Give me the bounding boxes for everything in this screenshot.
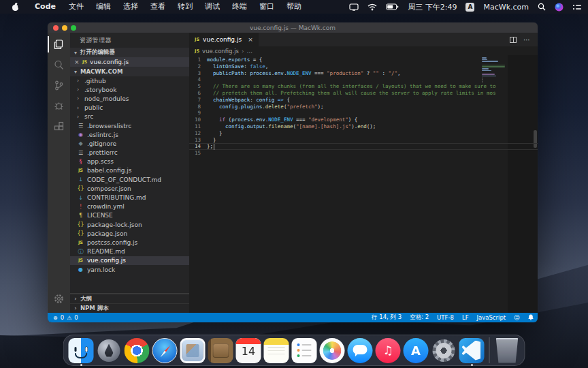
tree-file-row[interactable]: JSbabel.config.js xyxy=(70,166,189,175)
tree-file-row[interactable]: ●yarn.lock xyxy=(70,265,189,274)
dock-vscode-icon[interactable] xyxy=(459,338,485,363)
code-line[interactable]: 12 } xyxy=(189,130,538,137)
code-line[interactable]: 5 // There are so many chunks (from all … xyxy=(189,83,538,90)
input-source-icon[interactable]: A xyxy=(466,3,474,12)
breadcrumb[interactable]: JS vue.config.js › … xyxy=(189,46,538,55)
window-zoom-button[interactable] xyxy=(71,25,76,31)
tree-folder-row[interactable]: ›.github xyxy=(70,76,189,85)
dock-contacts-icon[interactable] xyxy=(208,338,233,363)
code-line[interactable]: 8 config.plugins.delete("prefetch"); xyxy=(189,104,538,110)
indentation-status[interactable]: 空格: 2 xyxy=(406,313,433,322)
menu-bar-site-label[interactable]: MacWk.com xyxy=(483,3,529,12)
code-line[interactable]: 6 // prefetch them all. Prefetching them… xyxy=(189,90,538,97)
tree-file-row[interactable]: ↓CODE_OF_CONDUCT.md xyxy=(70,175,189,184)
tree-file-row[interactable]: ◉.eslintrc.js xyxy=(70,130,189,139)
tree-folder-row[interactable]: ›.storybook xyxy=(70,85,189,94)
tree-file-row[interactable]: JSvue.config.js xyxy=(70,256,189,265)
menu-item[interactable]: 帮助 xyxy=(280,0,308,14)
search-icon[interactable] xyxy=(48,55,70,75)
explorer-icon[interactable] xyxy=(48,34,70,55)
wifi-icon[interactable] xyxy=(368,3,377,11)
dock-messages-icon[interactable] xyxy=(348,338,373,363)
window-title-bar[interactable]: vue.config.js — MacWk.com xyxy=(48,22,538,33)
eol-status[interactable]: LF xyxy=(458,314,473,321)
dock-launchpad-icon[interactable] xyxy=(97,338,122,363)
split-editor-icon[interactable] xyxy=(510,37,517,43)
open-editor-item[interactable]: × JS vue.config.js xyxy=(70,57,189,67)
dock-music-icon[interactable]: ♫ xyxy=(376,338,401,363)
notification-center-icon[interactable] xyxy=(572,3,581,11)
more-actions-icon[interactable]: ⋯ xyxy=(523,36,531,44)
menu-item[interactable]: 选择 xyxy=(117,0,144,14)
code-line[interactable]: 15 xyxy=(189,150,538,157)
apple-menu-icon[interactable] xyxy=(11,3,20,12)
problems-status[interactable]: ⊗ 0 ⚠ 0 xyxy=(48,314,78,321)
code-line[interactable]: 11 config.output.filename("[name].[hash]… xyxy=(189,123,538,130)
debug-icon[interactable] xyxy=(48,95,70,116)
dock-calendar-icon[interactable]: 14 xyxy=(236,338,261,363)
tab-close-icon[interactable]: × xyxy=(248,36,253,43)
notifications-bell-icon[interactable] xyxy=(524,314,538,322)
tree-file-row[interactable]: {}package-lock.json xyxy=(70,220,189,229)
dock-chrome-icon[interactable] xyxy=(125,338,150,363)
battery-icon[interactable] xyxy=(386,3,399,10)
tab-vue-config[interactable]: JS vue.config.js × xyxy=(189,33,259,46)
dock-notes-icon[interactable] xyxy=(264,338,289,363)
app-menu[interactable]: Code xyxy=(28,0,63,14)
menu-item[interactable]: 转到 xyxy=(172,0,199,14)
menu-item[interactable]: 查看 xyxy=(144,0,172,14)
dock-appstore-icon[interactable]: A xyxy=(404,338,429,363)
code-line[interactable]: 14}; xyxy=(189,143,538,150)
menu-bar-clock[interactable]: 周三 下午2:49 xyxy=(408,2,457,12)
window-close-button[interactable] xyxy=(53,25,59,31)
window-minimize-button[interactable] xyxy=(62,25,67,31)
tree-file-row[interactable]: {}package.json xyxy=(70,229,189,238)
code-line[interactable]: 7 chainWebpack: config => { xyxy=(189,97,538,104)
tree-folder-row[interactable]: ›node_modules xyxy=(70,94,189,103)
tree-file-row[interactable]: JSpostcss.config.js xyxy=(70,238,189,247)
dock-mail-icon[interactable] xyxy=(180,338,206,363)
open-editors-header[interactable]: ▾ 打开的编辑器 xyxy=(70,48,189,57)
code-line[interactable]: 9 xyxy=(189,110,538,117)
display-icon[interactable] xyxy=(349,3,359,11)
dock-settings-icon[interactable] xyxy=(431,338,457,363)
siri-icon[interactable] xyxy=(555,3,564,12)
tree-file-row[interactable]: §app.scss xyxy=(70,157,189,166)
menu-item[interactable]: 编辑 xyxy=(90,0,117,14)
tree-file-row[interactable]: ↓CONTRIBUTING.md xyxy=(70,193,189,202)
sidebar-section-header[interactable]: ›NPM 脚本 xyxy=(70,303,189,313)
tree-file-row[interactable]: ¶LICENSE xyxy=(70,211,189,220)
project-root-header[interactable]: ▾ MACWK.COM xyxy=(70,67,189,76)
menu-item[interactable]: 调试 xyxy=(199,0,226,14)
dock-trash-icon[interactable] xyxy=(495,338,520,363)
tree-file-row[interactable]: ⓘREADME.md xyxy=(70,247,189,256)
extensions-icon[interactable] xyxy=(48,116,70,136)
source-control-icon[interactable] xyxy=(48,75,70,95)
code-line[interactable]: 10 if (process.env.NODE_ENV === "develop… xyxy=(189,117,538,123)
code-editor[interactable]: 1module.exports = {2 lintOnSave: false,3… xyxy=(189,55,538,313)
tree-folder-row[interactable]: ›src xyxy=(70,112,189,121)
menu-item[interactable]: 窗口 xyxy=(253,0,280,14)
language-status[interactable]: JavaScript xyxy=(473,314,510,321)
code-line[interactable]: 1module.exports = { xyxy=(189,57,538,63)
tree-folder-row[interactable]: ›public xyxy=(70,104,189,112)
tree-file-row[interactable]: ☰.browserslistrc xyxy=(70,121,189,130)
menu-item[interactable]: 文件 xyxy=(63,0,90,14)
spotlight-search-icon[interactable] xyxy=(538,3,546,11)
tree-file-row[interactable]: !crowdin.yml xyxy=(70,202,189,211)
dock-safari-icon[interactable] xyxy=(152,338,178,363)
tree-file-row[interactable]: {}composer.json xyxy=(70,184,189,193)
menu-item[interactable]: 终端 xyxy=(226,0,253,14)
encoding-status[interactable]: UTF-8 xyxy=(433,314,458,321)
code-line[interactable]: 2 lintOnSave: false, xyxy=(189,63,538,70)
manage-gear-icon[interactable] xyxy=(48,288,70,309)
tree-file-row[interactable]: ☰.prettierrc xyxy=(70,149,189,157)
cursor-position-status[interactable]: 行 14, 列 3 xyxy=(368,313,406,322)
sidebar-section-header[interactable]: ›大纲 xyxy=(70,294,189,303)
dock-finder-icon[interactable] xyxy=(69,338,94,363)
dock-photos-icon[interactable] xyxy=(320,338,345,363)
close-icon[interactable]: × xyxy=(74,59,80,65)
code-line[interactable]: 3 publicPath: process.env.NODE_ENV === "… xyxy=(189,70,538,77)
code-line[interactable]: 13 } xyxy=(189,137,538,144)
tree-file-row[interactable]: ◆.gitignore xyxy=(70,139,189,148)
